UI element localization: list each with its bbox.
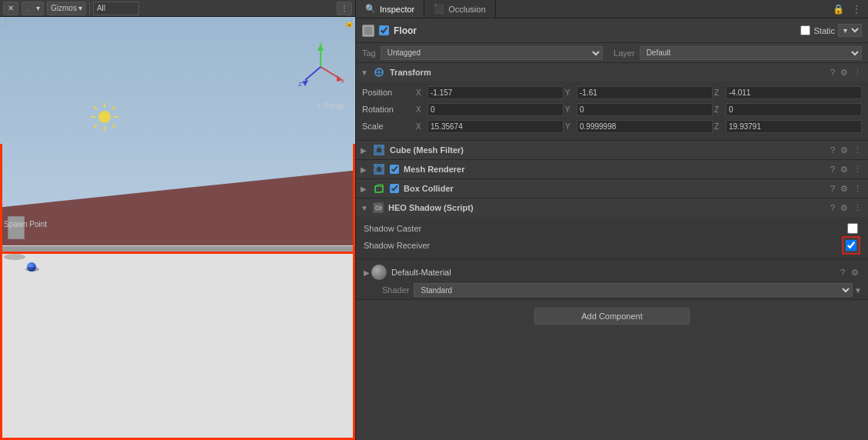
inspector-tabs: 🔍 Inspector ⬛ Occlusion 🔒 ⋮ <box>356 0 868 18</box>
transform-help-btn[interactable]: ? <box>829 68 836 77</box>
heo-shadow-actions: ? ⚙ ⋮ <box>829 203 863 213</box>
box-collider-expand: ▶ <box>361 185 368 193</box>
inspector-panel: 🔍 Inspector ⬛ Occlusion 🔒 ⋮ Floor <box>355 0 868 440</box>
svg-point-0 <box>98 111 111 123</box>
heo-shadow-settings-btn[interactable]: ⚙ <box>839 203 850 213</box>
scale-y-input[interactable] <box>577 120 713 133</box>
tag-layer-row: Tag Untagged Layer Default <box>356 43 868 63</box>
inspector-lock-button[interactable]: 🔒 <box>830 4 846 15</box>
box-collider-title: Box Collider <box>404 184 454 193</box>
scale-y-label: Y <box>565 122 574 131</box>
object-name: Floor <box>394 25 417 36</box>
heo-shadow-body: Shadow Caster Shadow Receiver <box>356 217 868 258</box>
layer-label: Layer <box>614 48 635 58</box>
mesh-renderer-settings-btn[interactable]: ⚙ <box>839 165 850 175</box>
svg-text:Z: Z <box>298 81 302 88</box>
svg-rect-19 <box>365 28 371 34</box>
object-active-checkbox[interactable] <box>379 25 389 35</box>
box-collider-more-btn[interactable]: ⋮ <box>852 184 863 194</box>
rotation-z-field: Z <box>714 103 862 116</box>
position-label: Position <box>362 88 416 97</box>
scale-x-label: X <box>416 122 425 131</box>
mesh-renderer-header[interactable]: ▶ Mesh Renderer ? ⚙ ⋮ <box>356 160 868 178</box>
box-collider-checkbox[interactable] <box>390 184 399 193</box>
position-z-label: Z <box>714 88 723 97</box>
transform-settings-btn[interactable]: ⚙ <box>839 68 850 78</box>
position-y-input[interactable]: -1.61 <box>577 86 713 99</box>
box-collider-actions: ? ⚙ ⋮ <box>829 184 863 194</box>
tools-button[interactable]: ✕ <box>3 2 18 15</box>
mesh-renderer-more-btn[interactable]: ⋮ <box>852 165 863 175</box>
lock-icon[interactable]: 🔒 <box>344 18 354 27</box>
scale-x-field: X <box>416 120 564 133</box>
shadow-caster-checkbox[interactable] <box>847 223 858 234</box>
add-component-button[interactable]: Add Component <box>534 308 690 325</box>
static-checkbox[interactable] <box>800 25 810 35</box>
transform-more-btn[interactable]: ⋮ <box>852 68 863 78</box>
shader-label: Shader <box>382 285 409 295</box>
shader-arrow: ▼ <box>854 286 862 295</box>
camera-icon: 🎥 <box>25 4 35 12</box>
material-help-btn[interactable]: ? <box>839 268 846 277</box>
camera-button[interactable]: 🎥▾ <box>22 2 44 15</box>
heo-shadow-icon: C# <box>373 202 384 213</box>
position-z-input[interactable]: -4.011 <box>726 86 862 99</box>
mesh-filter-header[interactable]: ▶ Cube (Mesh Filter) ? ⚙ ⋮ <box>356 141 868 159</box>
position-x-input[interactable]: -1.157 <box>427 86 564 99</box>
mesh-filter-more-btn[interactable]: ⋮ <box>852 145 863 155</box>
layer-dropdown[interactable]: Default <box>640 46 862 60</box>
gizmos-button[interactable]: Gizmos▾ <box>47 2 86 15</box>
scale-x-input[interactable] <box>427 120 564 133</box>
inspector-more-button[interactable]: ⋮ <box>850 4 863 15</box>
shadow-receiver-row: Shadow Receiver <box>362 237 862 254</box>
transform-header[interactable]: ▼ Transform ? ⚙ ⋮ <box>356 63 868 82</box>
transform-actions: ? ⚙ ⋮ <box>829 68 863 78</box>
mesh-filter-help-btn[interactable]: ? <box>829 145 836 155</box>
scene-more-icon[interactable]: ⋮ <box>2 18 9 27</box>
scale-z-input[interactable] <box>726 120 862 133</box>
inspector-tab-icon: 🔍 <box>365 4 376 14</box>
scale-z-field: Z <box>714 120 862 133</box>
rotation-label: Rotation <box>362 105 416 114</box>
heo-shadow-header[interactable]: ▼ C# HEO Shadow (Script) ? ⚙ ⋮ <box>356 198 868 217</box>
rotation-z-label: Z <box>714 105 723 114</box>
occlusion-tab-label: Occlusion <box>448 5 485 14</box>
scene-view[interactable]: Y X Z < Persp Spawn Point 🔒 <box>0 17 355 440</box>
rotation-y-label: Y <box>565 105 574 114</box>
static-dropdown[interactable]: ▾ <box>838 24 862 37</box>
rotation-z-input[interactable] <box>726 103 862 116</box>
mesh-renderer-help-btn[interactable]: ? <box>829 165 836 174</box>
mesh-filter-settings-btn[interactable]: ⚙ <box>839 145 850 155</box>
rotation-x-input[interactable] <box>427 103 564 116</box>
more-button[interactable]: ⋮ <box>337 2 352 15</box>
tab-inspector[interactable]: 🔍 Inspector <box>356 0 424 18</box>
inspector-tab-label: Inspector <box>380 5 414 14</box>
scene-block-shadow <box>4 254 25 260</box>
static-section: Static ▾ <box>800 24 862 37</box>
heo-shadow-more-btn[interactable]: ⋮ <box>852 203 863 213</box>
shadow-receiver-checkbox-wrapper[interactable] <box>842 236 860 255</box>
rotation-y-input[interactable] <box>577 103 713 116</box>
box-collider-help-btn[interactable]: ? <box>829 184 836 193</box>
tag-dropdown[interactable]: Untagged <box>381 46 603 60</box>
mesh-renderer-title: Mesh Renderer <box>404 165 464 174</box>
box-collider-settings-btn[interactable]: ⚙ <box>839 184 850 194</box>
heo-shadow-help-btn[interactable]: ? <box>829 203 836 212</box>
tag-label: Tag <box>362 48 376 58</box>
mesh-renderer-checkbox[interactable] <box>390 165 399 174</box>
rotation-y-field: Y <box>565 103 713 116</box>
tab-occlusion[interactable]: ⬛ Occlusion <box>424 0 495 18</box>
material-settings-btn[interactable]: ⚙ <box>850 268 860 278</box>
box-collider-component: ▶ Box Collider ? ⚙ ⋮ <box>356 179 868 198</box>
heo-shadow-component: ▼ C# HEO Shadow (Script) ? ⚙ ⋮ Shadow <box>356 198 868 259</box>
transform-component: ▼ Transform ? ⚙ ⋮ Posit <box>356 63 868 141</box>
scale-label: Scale <box>362 122 416 131</box>
shadow-receiver-checkbox[interactable] <box>846 240 856 251</box>
scale-xyz: X Y Z <box>416 120 862 133</box>
search-input[interactable] <box>93 2 139 15</box>
scale-z-label: Z <box>714 122 723 131</box>
position-row: Position X -1.157 Y -1.61 Z -4.011 <box>362 85 862 100</box>
shader-dropdown[interactable]: Standard <box>414 283 853 297</box>
box-collider-header[interactable]: ▶ Box Collider ? ⚙ ⋮ <box>356 179 868 198</box>
static-label: Static <box>813 26 835 35</box>
